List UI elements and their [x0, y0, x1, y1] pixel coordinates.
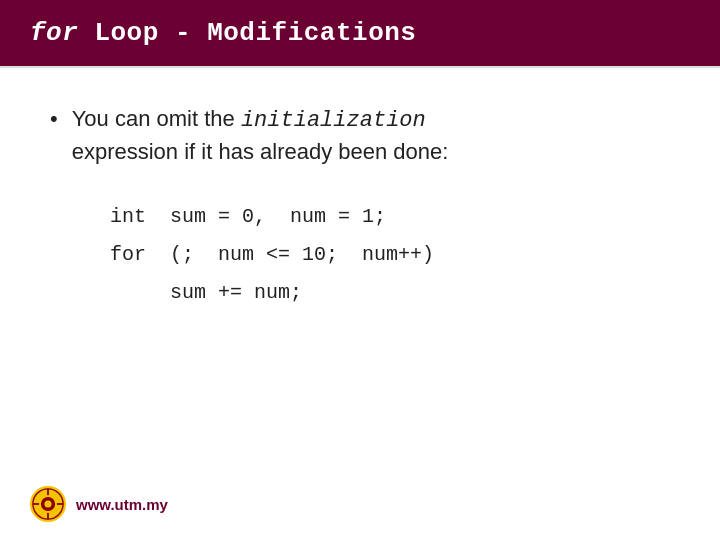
bullet-dot: • — [50, 106, 58, 132]
utm-logo-svg — [32, 488, 64, 520]
bullet-text-after: expression if it has already been done: — [72, 139, 449, 164]
svg-point-2 — [44, 500, 51, 507]
code-line-3: sum += num; — [110, 274, 670, 312]
footer-url: www.utm.my — [76, 496, 168, 513]
header-title: for Loop - Modifications — [30, 18, 416, 48]
slide-content: • You can omit the initialization expres… — [0, 68, 720, 332]
code-line-2: for (; num <= 10; num++) — [110, 236, 670, 274]
svg-rect-3 — [47, 489, 49, 495]
slide-footer: www.utm.my — [30, 486, 168, 522]
utm-logo — [30, 486, 66, 522]
bullet-text-container: You can omit the initialization expressi… — [72, 104, 449, 168]
header-rest: Loop - Modifications — [78, 18, 416, 48]
bullet-text-before: You can omit the — [72, 106, 241, 131]
svg-rect-6 — [57, 503, 63, 505]
header-keyword: for — [30, 18, 78, 48]
svg-rect-5 — [33, 503, 39, 505]
code-block: int sum = 0, num = 1; for (; num <= 10; … — [110, 198, 670, 312]
code-line-1: int sum = 0, num = 1; — [110, 198, 670, 236]
bullet-text: You can omit the initialization expressi… — [72, 106, 449, 164]
bullet-item: • You can omit the initialization expres… — [50, 104, 670, 168]
svg-rect-4 — [47, 513, 49, 519]
slide-header: for Loop - Modifications — [0, 0, 720, 66]
bullet-code-inline: initialization — [241, 108, 426, 133]
